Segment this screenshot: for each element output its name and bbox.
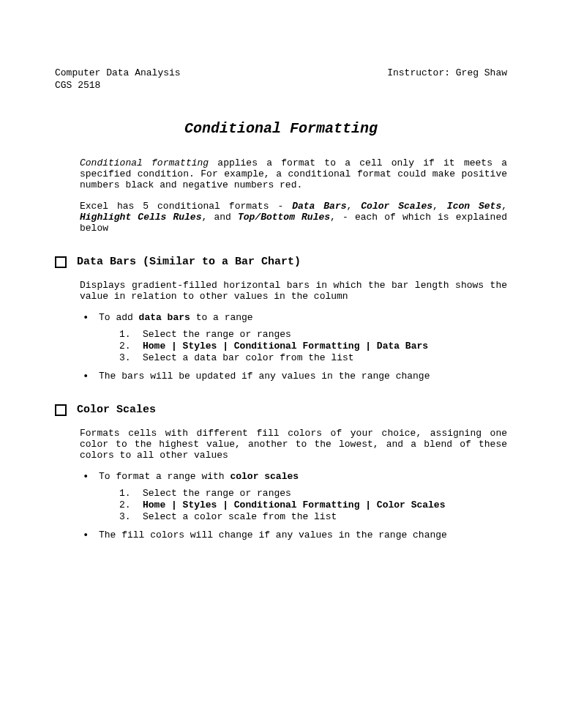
step-item: Home | Styles | Conditional Formatting |… xyxy=(119,341,507,352)
section-bullets: To add data bars to a range Select the r… xyxy=(80,312,507,382)
section-header-data-bars: Data Bars (Similar to a Bar Chart) xyxy=(55,256,507,268)
section-bullets: To format a range with color scales Sele… xyxy=(80,471,507,541)
section-heading: Color Scales xyxy=(77,404,156,416)
section-desc: Formats cells with different fill colors… xyxy=(80,428,507,461)
note-bullet: The bars will be updated if any values i… xyxy=(80,371,507,382)
section-header-color-scales: Color Scales xyxy=(55,404,507,416)
steps-list: Select the range or ranges Home | Styles… xyxy=(119,488,507,522)
step-item: Select the range or ranges xyxy=(119,488,507,499)
format-name-2: Color Scales xyxy=(361,201,432,212)
intro-paragraph: Conditional formatting applies a format … xyxy=(80,157,507,190)
steps-list: Select the range or ranges Home | Styles… xyxy=(119,329,507,363)
header-right: Instructor: Greg Shaw xyxy=(387,67,507,78)
note-bullet: The fill colors will change if any value… xyxy=(80,530,507,541)
step-item: Select a data bar color from the list xyxy=(119,352,507,363)
format-name-4: Highlight Cells Rules xyxy=(80,212,201,223)
checkbox-icon xyxy=(55,404,67,416)
document-page: Computer Data Analysis Instructor: Greg … xyxy=(0,0,562,577)
formats-paragraph: Excel has 5 conditional formats - Data B… xyxy=(80,201,507,234)
section-heading: Data Bars (Similar to a Bar Chart) xyxy=(77,256,301,268)
section-desc: Displays gradient-filled horizontal bars… xyxy=(80,280,507,302)
format-name-5: Top/Bottom Rules xyxy=(238,212,330,223)
step-item: Select the range or ranges xyxy=(119,329,507,340)
checkbox-icon xyxy=(55,256,67,268)
format-name-1: Data Bars xyxy=(292,201,346,212)
step-item: Select a color scale from the list xyxy=(119,511,507,522)
format-name-3: Icon Sets xyxy=(447,201,501,212)
todo-bullet: To format a range with color scales Sele… xyxy=(80,471,507,522)
todo-bold-term: color scales xyxy=(230,471,299,482)
formats-pre: Excel has 5 conditional formats - xyxy=(80,201,292,212)
course-code: CGS 2518 xyxy=(55,80,507,91)
todo-bullet: To add data bars to a range Select the r… xyxy=(80,312,507,363)
intro-lead-term: Conditional formatting xyxy=(80,157,209,168)
page-title: Conditional Formatting xyxy=(55,120,507,137)
todo-bold-term: data bars xyxy=(139,312,190,323)
step-item: Home | Styles | Conditional Formatting |… xyxy=(119,499,507,510)
header-left: Computer Data Analysis xyxy=(55,67,181,78)
document-header: Computer Data Analysis Instructor: Greg … xyxy=(55,67,507,78)
